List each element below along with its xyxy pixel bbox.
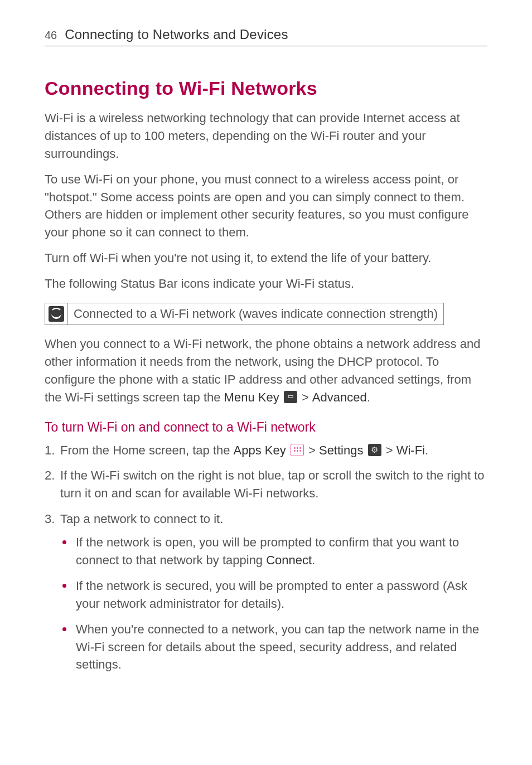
section-title: Connecting to Networks and Devices — [65, 27, 288, 42]
text: . — [425, 443, 428, 457]
subheading: To turn Wi-Fi on and connect to a Wi-Fi … — [45, 420, 487, 435]
page-header: 46 Connecting to Networks and Devices — [45, 27, 487, 46]
text: . — [312, 553, 315, 567]
status-icon-table: Connected to a Wi-Fi network (waves indi… — [45, 303, 487, 325]
apps-key-label: Apps Key — [234, 443, 286, 457]
paragraph: To use Wi-Fi on your phone, you must con… — [45, 171, 487, 242]
bullet-list: If the network is open, you will be prom… — [60, 534, 487, 674]
text: From the Home screen, tap the — [60, 443, 234, 457]
connect-label: Connect — [266, 553, 312, 567]
separator: > — [305, 443, 319, 457]
settings-icon — [368, 444, 381, 456]
bullet-item: If the network is secured, you will be p… — [60, 577, 487, 613]
paragraph: The following Status Bar icons indicate … — [45, 275, 487, 293]
wifi-label: Wi-Fi — [396, 443, 425, 457]
paragraph: When you connect to a Wi-Fi network, the… — [45, 335, 487, 406]
text: . — [367, 390, 370, 404]
menu-key-label: Menu Key — [224, 390, 279, 404]
document-page: 46 Connecting to Networks and Devices Co… — [0, 0, 532, 715]
page-title: Connecting to Wi-Fi Networks — [45, 78, 487, 99]
text: Tap a network to connect to it. — [60, 512, 223, 526]
settings-label: Settings — [319, 443, 364, 457]
step-item: From the Home screen, tap the Apps Key >… — [45, 442, 487, 459]
step-item: If the Wi-Fi switch on the right is not … — [45, 467, 487, 502]
paragraph: Wi-Fi is a wireless networking technolog… — [45, 109, 487, 163]
bullet-item: When you're connected to a network, you … — [60, 621, 487, 674]
advanced-label: Advanced — [312, 390, 367, 404]
paragraph: Turn off Wi-Fi when you're not using it,… — [45, 249, 487, 267]
step-item: Tap a network to connect to it. If the n… — [45, 510, 487, 674]
apps-key-icon — [291, 444, 304, 456]
page-number: 46 — [45, 29, 57, 42]
wifi-status-icon-cell — [45, 303, 68, 325]
wifi-icon — [49, 306, 64, 322]
separator: > — [298, 390, 312, 404]
bullet-item: If the network is open, you will be prom… — [60, 534, 487, 569]
steps-list: From the Home screen, tap the Apps Key >… — [45, 442, 487, 674]
separator: > — [383, 443, 396, 457]
wifi-status-description: Connected to a Wi-Fi network (waves indi… — [68, 303, 444, 325]
menu-key-icon — [284, 391, 297, 403]
